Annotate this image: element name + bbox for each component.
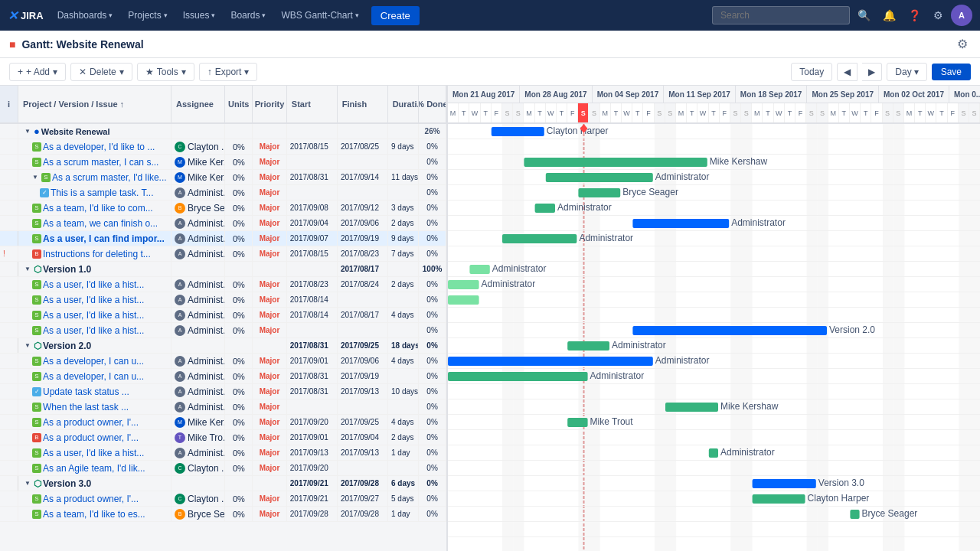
cell-done: 26%: [419, 124, 446, 139]
table-row[interactable]: S As a user, I'd like a hist... A Admini…: [0, 292, 446, 308]
projects-menu[interactable]: Projects ▾: [122, 7, 173, 24]
search-icon-btn[interactable]: 🔍: [853, 6, 875, 24]
version-name: Version 2.0: [43, 341, 91, 351]
table-row[interactable]: S As a developer, I can u... A Administ.…: [0, 369, 446, 384]
cell-finish: 2017/09/19: [338, 369, 388, 383]
table-row[interactable]: ✓ Update task status ... A Administ... 0…: [0, 384, 446, 399]
search-input[interactable]: [712, 6, 850, 24]
cell-duration: [388, 399, 419, 414]
table-row[interactable]: ▼ S As a scrum master, I'd like... M Mik…: [0, 170, 446, 185]
create-button[interactable]: Create: [371, 6, 420, 25]
table-row[interactable]: ! B Instructions for deleting t... A Adm…: [0, 246, 446, 262]
expand-icon[interactable]: ▼: [24, 480, 31, 487]
cell-priority: Major: [253, 430, 286, 445]
expand-icon[interactable]: ▼: [24, 128, 31, 135]
logo: ✕ JIRA: [8, 8, 44, 23]
issue-text: As a user, I can find impor...: [43, 233, 165, 244]
cell-duration: 7 days: [388, 246, 419, 261]
cell-done: 0%: [419, 246, 446, 261]
cell-duration: 4 days: [388, 354, 419, 368]
table-row[interactable]: S As a developer, I can u... A Administ.…: [0, 354, 446, 369]
cell-priority: Major: [253, 384, 286, 399]
cell-start: 2017/09/28: [287, 507, 338, 521]
cell-finish: 2017/09/06: [338, 216, 388, 230]
next-button[interactable]: ▶: [862, 63, 882, 81]
table-row[interactable]: S As a team, we can finish o... A Admini…: [0, 216, 446, 231]
cell-assignee: C Clayton ...: [172, 139, 225, 154]
table-row[interactable]: S As a user, I'd like a hist... A Admini…: [0, 277, 446, 292]
dashboards-menu[interactable]: Dashboards ▾: [51, 7, 119, 24]
add-arrow: ▾: [53, 67, 57, 77]
table-row[interactable]: S As an Agile team, I'd lik... C Clayton…: [0, 461, 446, 476]
cell-units: 0%: [225, 445, 253, 460]
cell-priority: Major: [253, 445, 286, 460]
help-icon[interactable]: ❓: [903, 6, 926, 24]
table-body[interactable]: ▼ ● Website Renewal 26% S As a developer…: [0, 124, 446, 551]
table-row[interactable]: S When the last task ... A Administ... 0…: [0, 399, 446, 415]
tools-button[interactable]: ★ Tools ▾: [137, 63, 194, 81]
table-row[interactable]: ▼ ⬡ Version 1.0 2017/08/17 100%: [0, 262, 446, 277]
cell-duration: 2 days: [388, 216, 419, 230]
expand-icon[interactable]: ▼: [24, 266, 31, 272]
table-row[interactable]: S As a user, I'd like a hist... A Admini…: [0, 308, 446, 323]
expand-icon[interactable]: ▼: [24, 342, 31, 349]
expand-icon[interactable]: ▼: [32, 174, 38, 181]
table-row[interactable]: S As a product owner, I'... M Mike Ker..…: [0, 415, 446, 430]
table-row[interactable]: S As a user, I'd like a hist... A Admini…: [0, 445, 446, 461]
cell-finish: [338, 124, 388, 139]
table-row[interactable]: ▼ ⬡ Version 2.0 2017/08/31 2017/09/25 18…: [0, 338, 446, 354]
table-row[interactable]: ▼ ⬡ Version 3.0 2017/09/21 2017/09/28 6 …: [0, 476, 446, 491]
settings-icon[interactable]: ⚙: [929, 6, 948, 24]
avatar: A: [175, 325, 185, 336]
avatar: B: [175, 509, 185, 520]
table-row[interactable]: S As a user, I can find impor... A Admin…: [0, 231, 446, 246]
cell-finish: [338, 461, 388, 475]
cell-finish: 2017/09/14: [338, 170, 388, 184]
table-row[interactable]: ▼ ● Website Renewal 26%: [0, 124, 446, 139]
issue-text: As a user, I'd like a hist...: [43, 295, 144, 305]
cell-units: 0%: [225, 384, 253, 399]
prev-button[interactable]: ◀: [837, 63, 858, 81]
table-row[interactable]: ✓ This is a sample task. T... A Administ…: [0, 185, 446, 201]
gantt-body[interactable]: Clayton HarperMike KershawAdministratorB…: [448, 124, 980, 551]
user-avatar[interactable]: A: [951, 5, 972, 26]
table-row[interactable]: B As a product owner, I'... T Mike Tro..…: [0, 430, 446, 445]
cell-units: 0%: [225, 507, 253, 521]
cell-finish: 2017/09/06: [338, 354, 388, 368]
cell-priority: Major: [253, 491, 286, 506]
cell-duration: [388, 292, 419, 307]
th-units: Units: [225, 86, 253, 122]
cell-priority: Major: [253, 323, 286, 337]
cell-assignee: B Bryce Se...: [172, 201, 225, 215]
table-row[interactable]: S As a team, I'd like to com... B Bryce …: [0, 201, 446, 216]
cell-priority: Major: [253, 201, 286, 215]
table-row[interactable]: S As a scrum master, I can s... M Mike K…: [0, 155, 446, 170]
table-row[interactable]: S As a product owner, I'... C Clayton ..…: [0, 491, 446, 507]
issue-text: As a team, I'd like to es...: [43, 509, 145, 520]
notifications-icon[interactable]: 🔔: [878, 6, 900, 24]
boards-menu[interactable]: Boards ▾: [224, 7, 272, 24]
cell-duration: 4 days: [388, 415, 419, 429]
cell-priority: Major: [253, 185, 286, 200]
main-content: i Project / Version / Issue ↑ Assignee U…: [0, 86, 980, 551]
table-row[interactable]: S As a developer, I'd like to ... C Clay…: [0, 139, 446, 155]
save-button[interactable]: Save: [932, 64, 971, 80]
cell-units: 0%: [225, 246, 253, 261]
table-row[interactable]: S As a team, I'd like to es... B Bryce S…: [0, 507, 446, 522]
table-row[interactable]: S As a user, I'd like a hist... A Admini…: [0, 323, 446, 338]
week-oct9: Mon 0...: [949, 86, 980, 103]
export-button[interactable]: ↑ Export ▾: [199, 63, 258, 81]
add-button[interactable]: + + Add ▾: [9, 63, 66, 81]
cell-done: 0%: [419, 185, 446, 200]
today-button[interactable]: Today: [791, 63, 832, 81]
issues-menu[interactable]: Issues ▾: [177, 7, 222, 24]
wbs-menu[interactable]: WBS Gantt-Chart ▾: [275, 7, 364, 24]
page-settings-button[interactable]: ⚙: [954, 34, 971, 54]
cell-units: 0%: [225, 155, 253, 169]
day-selector[interactable]: Day ▾: [887, 63, 926, 81]
cell-done: 0%: [419, 461, 446, 475]
cell-finish: 2017/09/13: [338, 384, 388, 399]
avatar: A: [175, 249, 185, 259]
delete-button[interactable]: ✕ Delete ▾: [70, 63, 132, 81]
cell-units: [225, 124, 253, 139]
